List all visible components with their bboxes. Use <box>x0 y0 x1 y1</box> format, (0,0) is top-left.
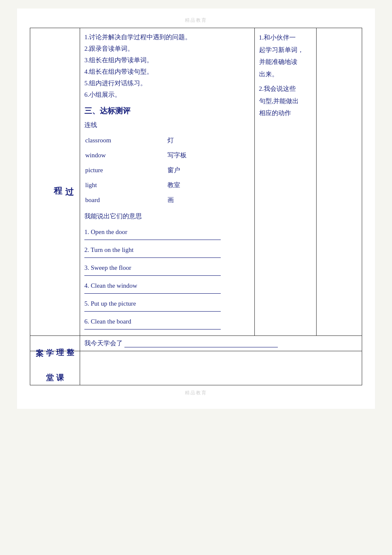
phrase-text-2: 3. Sweep the floor <box>84 260 250 275</box>
right-line-6: 相应的动作 <box>259 107 312 119</box>
lianxian-label: 连线 <box>84 119 250 131</box>
lianxian-chinese-4: 画 <box>167 193 249 207</box>
phrase-text-5: 6. Clean the board <box>84 314 250 328</box>
phrase-line-2 <box>84 275 221 276</box>
step-2: 2.跟录音读单词。 <box>84 43 250 55</box>
phrase-item-1: 2. Turn on the light <box>84 243 250 258</box>
zhengli-underline <box>124 347 278 347</box>
lianxian-english-4: board <box>85 193 167 207</box>
phrase-text-1: 2. Turn on the light <box>84 243 250 257</box>
table-row-zhengli: 整 理 学 案 我今天学会了 <box>30 336 362 351</box>
lianxian-row-3: light 教室 <box>85 178 249 192</box>
right-line-1: 起学习新单词， <box>259 44 312 56</box>
lianxian-row-4: board 画 <box>85 193 249 207</box>
phrase-item-0: 1. Open the door <box>84 225 250 240</box>
phrase-line-1 <box>84 257 221 258</box>
content-main-guocheng: 1.讨论并解决自学过程中遇到的问题。 2.跟录音读单词。 3.组长在组内带读单词… <box>80 28 255 336</box>
phrase-item-5: 6. Clean the board <box>84 314 250 330</box>
lianxian-chinese-2: 窗户 <box>167 163 249 177</box>
watermark-top: 精品教育 <box>30 17 362 23</box>
phrase-line-3 <box>84 293 221 294</box>
phrase-item-2: 3. Sweep the floor <box>84 260 250 276</box>
lianxian-row-0: classroom 灯 <box>85 133 249 147</box>
table-row-ketang: 课 堂 <box>30 351 362 385</box>
phrase-text-3: 4. Clean the window <box>84 278 250 292</box>
step-5: 5.组内进行对话练习。 <box>84 78 250 89</box>
lianxian-english-3: light <box>85 178 167 192</box>
right-line-2: 并能准确地读 <box>259 56 312 68</box>
phrase-line-5 <box>84 329 221 330</box>
phrase-item-3: 4. Clean the window <box>84 278 250 294</box>
main-table: 过 程 1.讨论并解决自学过程中遇到的问题。 2.跟录音读单词。 3.组长在组内… <box>30 28 362 385</box>
section-title-dabiao: 三、达标测评 <box>84 104 250 118</box>
lianxian-chinese-1: 写字板 <box>167 148 249 162</box>
right-line-3: 出来。 <box>259 68 312 81</box>
table-row-guocheng: 过 程 1.讨论并解决自学过程中遇到的问题。 2.跟录音读单词。 3.组长在组内… <box>30 28 362 336</box>
step-4: 4.组长在组内带读句型。 <box>84 66 250 78</box>
lianxian-table: classroom 灯 window 写字板 picture 窗户 light … <box>84 133 250 208</box>
lianxian-english-2: picture <box>85 163 167 177</box>
right-line-4: 2.我会说这些 <box>259 83 312 95</box>
phrase-line-4 <box>84 311 221 312</box>
content-right-guocheng: 1.和小伙伴一 起学习新单词， 并能准确地读 出来。 2.我会说这些 句型,并能… <box>254 28 317 336</box>
right-line-5: 句型,并能做出 <box>259 95 312 107</box>
step-6: 6.小组展示。 <box>84 89 250 101</box>
watermark-bottom: 精品教育 <box>30 390 362 396</box>
phrase-line-0 <box>84 240 221 240</box>
lianxian-chinese-0: 灯 <box>167 133 249 147</box>
lianxian-chinese-3: 教室 <box>167 178 249 192</box>
lianxian-row-1: window 写字板 <box>85 148 249 162</box>
right-line-0: 1.和小伙伴一 <box>259 32 312 44</box>
page: 精品教育 过 程 1.讨论并解决自学过程中遇到的问题。 2.跟录音读单词。 3.… <box>17 9 375 409</box>
phrase-item-4: 5. Put up the picture <box>84 296 250 312</box>
phrase-text-4: 5. Put up the picture <box>84 296 250 310</box>
zhengli-text: 我今天学会了 <box>84 340 123 347</box>
row-label-ketang: 课 堂 <box>30 351 80 385</box>
phrases-intro: 我能说出它们的意思 <box>84 211 250 222</box>
content-extra-guocheng <box>317 28 362 336</box>
step-1: 1.讨论并解决自学过程中遇到的问题。 <box>84 32 250 43</box>
step-3: 3.组长在组内带读单词。 <box>84 55 250 66</box>
steps-list: 1.讨论并解决自学过程中遇到的问题。 2.跟录音读单词。 3.组长在组内带读单词… <box>84 32 250 101</box>
ketang-content <box>80 351 362 385</box>
row-label-zhengli: 整 理 学 案 <box>30 336 80 351</box>
zhengli-content: 我今天学会了 <box>80 336 362 351</box>
phrase-text-0: 1. Open the door <box>84 225 250 239</box>
phrases-section: 1. Open the door 2. Turn on the light 3.… <box>84 225 250 330</box>
row-label-guocheng: 过 程 <box>30 28 80 336</box>
lianxian-row-2: picture 窗户 <box>85 163 249 177</box>
lianxian-english-1: window <box>85 148 167 162</box>
lianxian-english-0: classroom <box>85 133 167 147</box>
